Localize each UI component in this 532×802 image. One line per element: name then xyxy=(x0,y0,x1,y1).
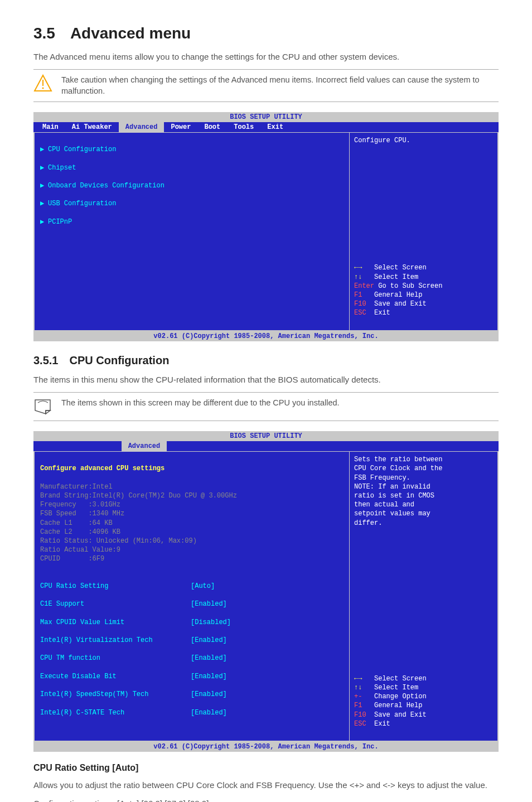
bios-menu-list: ▶CPU Configuration ▶Chipset ▶Onboard Dev… xyxy=(35,133,350,330)
menu-item: USB Configuration xyxy=(48,199,116,208)
cpu-info-block: Manufacturer:Intel Brand String:Intel(R)… xyxy=(40,482,344,564)
bios-title-bar: BIOS SETUP UTILITY xyxy=(33,112,499,122)
tab-advanced: Advanced xyxy=(119,122,165,132)
setting-value: [Enabled] xyxy=(191,672,227,681)
tab-ai-tweaker: Ai Tweaker xyxy=(65,122,119,132)
setting-label: C1E Support xyxy=(40,600,191,608)
svg-point-2 xyxy=(42,88,44,89)
intro-paragraph: The Advanced menu items allow you to cha… xyxy=(33,51,499,62)
setting-value: [Auto] xyxy=(191,582,215,591)
menu-item: PCIPnP xyxy=(48,218,72,226)
subsection-text: The items in this menu show the CPU-rela… xyxy=(33,374,499,385)
tab-exit: Exit xyxy=(260,122,290,132)
bios-help-pane: Sets the ratio between CPU Core Clock an… xyxy=(350,452,497,741)
tab-tools: Tools xyxy=(227,122,260,132)
bios-tab-bar: Main Ai Tweaker Advanced Power Boot Tool… xyxy=(33,122,499,132)
tab-advanced: Advanced xyxy=(122,441,167,451)
setting-value: [Enabled] xyxy=(191,636,227,645)
key-legend: ←→ Select Screen ↑↓ Select Item Enter Go… xyxy=(354,254,493,327)
menu-item: CPU Configuration xyxy=(48,145,116,154)
setting-value: [Enabled] xyxy=(191,708,227,717)
caution-callout: Take caution when changing the settings … xyxy=(33,69,499,102)
bios-help-pane: Configure CPU. ←→ Select Screen ↑↓ Selec… xyxy=(350,133,497,330)
cpu-ratio-options: Configuration options: [Auto] [06.0] [07… xyxy=(33,798,499,802)
note-text: The items shown in this screen may be di… xyxy=(61,397,340,408)
note-icon xyxy=(33,397,52,416)
setting-label: CPU Ratio Setting xyxy=(40,582,191,591)
menu-item: Onboard Devices Configuration xyxy=(48,181,165,190)
help-text: Sets the ratio between CPU Core Clock an… xyxy=(354,455,493,528)
setting-value: [Disabled] xyxy=(191,618,231,627)
setting-value: [Enabled] xyxy=(191,654,227,663)
setting-value: [Enabled] xyxy=(191,600,227,608)
setting-value: [Enabled] xyxy=(191,690,227,699)
setting-label: CPU TM function xyxy=(40,654,191,663)
tab-main: Main xyxy=(36,122,65,132)
subsection-heading: 3.5.1 CPU Configuration xyxy=(33,352,499,368)
cpu-ratio-heading: CPU Ratio Setting [Auto] xyxy=(33,762,499,774)
menu-item: Chipset xyxy=(48,163,76,172)
section-heading: 3.5 Advanced menu xyxy=(33,22,499,44)
bios-cpu-pane: Configure advanced CPU settings Manufact… xyxy=(35,452,350,741)
setting-label: Intel(R) C-STATE Tech xyxy=(40,708,191,717)
key-legend: ←→ Select Screen ↑↓ Select Item +- Chang… xyxy=(354,665,493,738)
tab-boot: Boot xyxy=(197,122,227,132)
bios-screenshot-advanced-menu: BIOS SETUP UTILITY Main Ai Tweaker Advan… xyxy=(33,112,499,341)
cpu-config-heading: Configure advanced CPU settings xyxy=(40,464,344,473)
bios-screenshot-cpu-config: BIOS SETUP UTILITY .................. Ad… xyxy=(33,431,499,752)
cpu-ratio-paragraph: Allows you to adjust the ratio between C… xyxy=(33,779,499,791)
caution-text: Take caution when changing the settings … xyxy=(61,74,499,97)
bios-copyright: v02.61 (C)Copyright 1985-2008, American … xyxy=(33,742,499,752)
bios-copyright: v02.61 (C)Copyright 1985-2008, American … xyxy=(33,331,499,341)
bios-title-bar: BIOS SETUP UTILITY xyxy=(33,431,499,441)
caution-icon xyxy=(33,74,52,93)
setting-label: Max CPUID Value Limit xyxy=(40,618,191,627)
note-callout: The items shown in this screen may be di… xyxy=(33,392,499,421)
tab-power: Power xyxy=(164,122,197,132)
help-text: Configure CPU. xyxy=(354,136,493,145)
bios-tab-bar-single: .................. Advanced xyxy=(33,441,499,451)
setting-label: Intel(R) Virtualization Tech xyxy=(40,636,191,645)
setting-label: Intel(R) SpeedStep(TM) Tech xyxy=(40,690,191,699)
setting-label: Execute Disable Bit xyxy=(40,672,191,681)
